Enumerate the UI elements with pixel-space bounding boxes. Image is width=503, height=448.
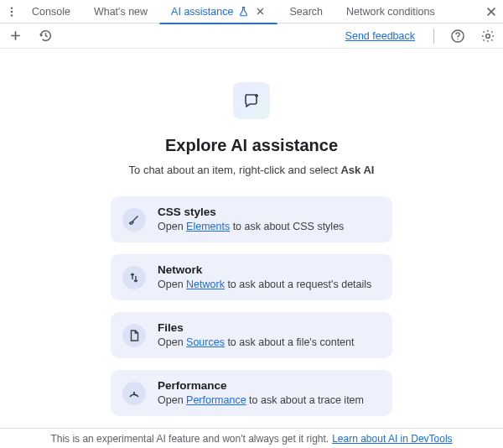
card-desc: Open Sources to ask about a file's conte… xyxy=(158,336,381,351)
svg-point-0 xyxy=(11,7,13,8)
sources-link[interactable]: Sources xyxy=(186,336,225,348)
cards-list: CSS styles Open Elements to ask about CS… xyxy=(111,196,392,416)
history-button[interactable] xyxy=(35,26,55,46)
tab-search[interactable]: Search xyxy=(277,0,334,23)
tab-console[interactable]: Console xyxy=(20,0,82,23)
send-feedback-link[interactable]: Send feedback xyxy=(345,30,415,42)
tab-network-conditions[interactable]: Network conditions xyxy=(334,0,447,23)
flask-icon xyxy=(238,6,249,17)
card-network[interactable]: Network Open Network to ask about a requ… xyxy=(111,254,392,300)
card-title: Performance xyxy=(158,378,381,393)
svg-point-5 xyxy=(486,34,490,38)
subtitle-bold: Ask AI xyxy=(340,164,374,176)
divider xyxy=(433,29,434,44)
card-desc: Open Network to ask about a request's de… xyxy=(158,278,381,293)
tab-label: Network conditions xyxy=(346,6,435,18)
settings-button[interactable] xyxy=(478,26,498,46)
footer-text: This is an experimental AI feature and w… xyxy=(50,433,329,445)
page-title: Explore AI assistance xyxy=(165,136,338,155)
more-tabs-icon[interactable] xyxy=(3,0,20,23)
card-title: Network xyxy=(158,263,381,278)
main-content: Explore AI assistance To chat about an i… xyxy=(0,49,503,416)
tab-label: Search xyxy=(289,6,323,18)
card-files[interactable]: Files Open Sources to ask about a file's… xyxy=(111,312,392,358)
svg-point-4 xyxy=(457,39,458,39)
tab-whats-new[interactable]: What's new xyxy=(82,0,159,23)
card-title: Files xyxy=(158,320,381,336)
card-css-styles[interactable]: CSS styles Open Elements to ask about CS… xyxy=(111,196,392,242)
new-chat-button[interactable] xyxy=(5,26,25,46)
card-title: CSS styles xyxy=(158,205,381,220)
card-desc: Open Elements to ask about CSS styles xyxy=(158,220,381,235)
network-link[interactable]: Network xyxy=(186,279,225,290)
card-performance[interactable]: Performance Open Performance to ask abou… xyxy=(111,370,392,416)
toolbar: Send feedback xyxy=(0,23,503,49)
tab-label: Console xyxy=(32,6,70,18)
close-icon[interactable] xyxy=(254,6,266,18)
help-button[interactable] xyxy=(448,26,468,46)
elements-link[interactable]: Elements xyxy=(186,221,230,232)
tab-ai-assistance[interactable]: AI assistance xyxy=(159,0,277,23)
brush-icon xyxy=(122,208,146,232)
page-subtitle: To chat about an item, right-click and s… xyxy=(129,164,375,176)
tab-strip: Console What's new AI assistance Search … xyxy=(0,0,503,23)
panel-close-icon[interactable] xyxy=(480,0,503,23)
svg-point-1 xyxy=(11,10,13,12)
ai-chat-icon xyxy=(233,82,270,119)
footer: This is an experimental AI feature and w… xyxy=(0,428,503,448)
network-icon xyxy=(122,266,146,289)
card-desc: Open Performance to ask about a trace it… xyxy=(158,393,381,409)
svg-point-2 xyxy=(11,14,13,16)
learn-about-ai-link[interactable]: Learn about AI in DevTools xyxy=(332,433,452,445)
performance-link[interactable]: Performance xyxy=(186,394,246,406)
tab-label: What's new xyxy=(94,6,148,18)
tab-label: AI assistance xyxy=(171,6,233,18)
file-icon xyxy=(122,324,146,347)
subtitle-text: To chat about an item, right-click and s… xyxy=(129,164,341,176)
performance-icon xyxy=(122,382,146,405)
